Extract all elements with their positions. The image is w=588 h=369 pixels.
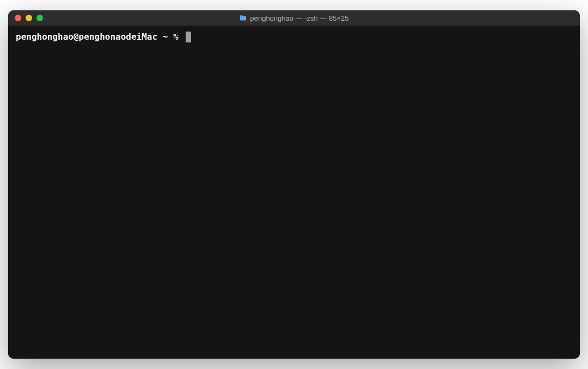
traffic-lights (8, 15, 43, 21)
terminal-body[interactable]: penghonghao@penghonaodeiMac ~ % (8, 26, 580, 359)
close-button[interactable] (15, 15, 21, 21)
minimize-button[interactable] (26, 15, 32, 21)
titlebar[interactable]: penghonghao — -zsh — 85×25 (8, 10, 580, 26)
shell-prompt: penghonghao@penghonaodeiMac ~ % (16, 31, 183, 43)
window-title: penghonghao — -zsh — 85×25 (239, 14, 348, 22)
prompt-line: penghonghao@penghonaodeiMac ~ % (16, 31, 572, 43)
folder-icon (239, 14, 247, 22)
terminal-window: penghonghao — -zsh — 85×25 penghonghao@p… (8, 10, 580, 359)
window-title-text: penghonghao — -zsh — 85×25 (250, 14, 348, 22)
maximize-button[interactable] (36, 15, 43, 21)
cursor-icon (186, 32, 191, 42)
